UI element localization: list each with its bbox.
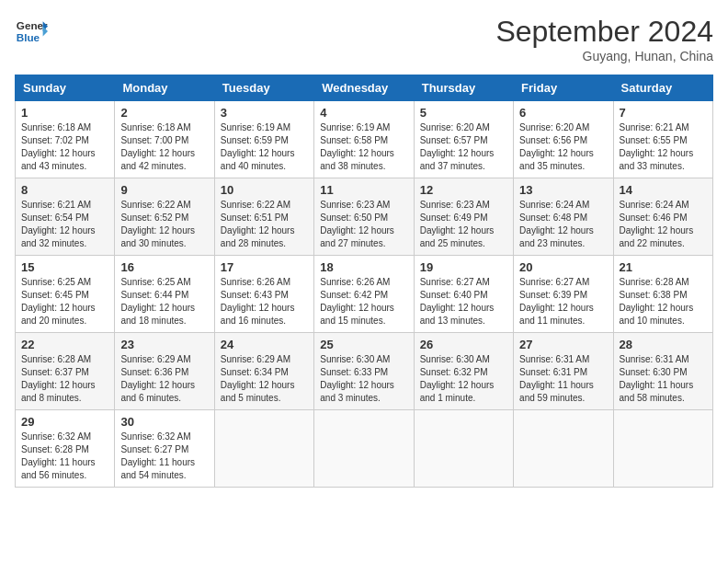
calendar-cell xyxy=(613,410,712,488)
calendar-cell: 1Sunrise: 6:18 AMSunset: 7:02 PMDaylight… xyxy=(16,101,115,178)
day-number: 26 xyxy=(420,338,507,351)
day-info: Sunrise: 6:29 AMSunset: 6:36 PMDaylight:… xyxy=(120,353,208,405)
day-info: Sunrise: 6:26 AMSunset: 6:42 PMDaylight:… xyxy=(320,276,407,327)
calendar-cell: 15Sunrise: 6:25 AMSunset: 6:45 PMDayligh… xyxy=(16,256,115,333)
calendar-cell: 14Sunrise: 6:24 AMSunset: 6:46 PMDayligh… xyxy=(613,178,712,256)
calendar-week-row: 8Sunrise: 6:21 AMSunset: 6:54 PMDaylight… xyxy=(16,178,713,256)
day-number: 21 xyxy=(620,260,707,274)
day-info: Sunrise: 6:31 AMSunset: 6:31 PMDaylight:… xyxy=(519,353,607,405)
calendar-cell: 5Sunrise: 6:20 AMSunset: 6:57 PMDaylight… xyxy=(414,101,513,178)
day-info: Sunrise: 6:22 AMSunset: 6:51 PMDaylight:… xyxy=(221,199,308,250)
day-number: 10 xyxy=(221,183,308,197)
day-number: 28 xyxy=(620,338,707,351)
day-info: Sunrise: 6:24 AMSunset: 6:46 PMDaylight:… xyxy=(620,199,707,250)
title-block: September 2024 Guyang, Hunan, China xyxy=(495,15,713,63)
calendar-cell: 17Sunrise: 6:26 AMSunset: 6:43 PMDayligh… xyxy=(214,256,313,333)
calendar-cell xyxy=(414,410,513,488)
day-info: Sunrise: 6:26 AMSunset: 6:43 PMDaylight:… xyxy=(221,276,308,327)
calendar-cell: 4Sunrise: 6:19 AMSunset: 6:58 PMDaylight… xyxy=(314,101,414,178)
day-info: Sunrise: 6:27 AMSunset: 6:40 PMDaylight:… xyxy=(420,276,507,327)
day-number: 8 xyxy=(21,183,108,197)
calendar-cell xyxy=(214,410,313,488)
calendar-cell: 19Sunrise: 6:27 AMSunset: 6:40 PMDayligh… xyxy=(414,256,513,333)
calendar-cell: 6Sunrise: 6:20 AMSunset: 6:56 PMDaylight… xyxy=(514,101,613,178)
weekday-header: Wednesday xyxy=(314,75,414,101)
day-number: 4 xyxy=(320,106,407,120)
calendar-cell: 20Sunrise: 6:27 AMSunset: 6:39 PMDayligh… xyxy=(514,256,613,333)
day-info: Sunrise: 6:30 AMSunset: 6:32 PMDaylight:… xyxy=(420,353,507,405)
day-info: Sunrise: 6:19 AMSunset: 6:58 PMDaylight:… xyxy=(320,121,407,173)
day-info: Sunrise: 6:28 AMSunset: 6:37 PMDaylight:… xyxy=(21,353,108,405)
calendar-cell: 7Sunrise: 6:21 AMSunset: 6:55 PMDaylight… xyxy=(613,101,712,178)
calendar-cell: 30Sunrise: 6:32 AMSunset: 6:27 PMDayligh… xyxy=(115,410,214,488)
day-info: Sunrise: 6:28 AMSunset: 6:38 PMDaylight:… xyxy=(620,276,707,327)
day-number: 27 xyxy=(519,338,607,351)
day-number: 20 xyxy=(519,260,607,274)
day-info: Sunrise: 6:32 AMSunset: 6:27 PMDaylight:… xyxy=(120,431,208,482)
weekday-header-row: SundayMondayTuesdayWednesdayThursdayFrid… xyxy=(16,75,713,101)
weekday-header: Sunday xyxy=(16,75,115,101)
day-info: Sunrise: 6:23 AMSunset: 6:50 PMDaylight:… xyxy=(320,199,407,250)
day-info: Sunrise: 6:20 AMSunset: 6:56 PMDaylight:… xyxy=(519,121,607,173)
calendar-week-row: 15Sunrise: 6:25 AMSunset: 6:45 PMDayligh… xyxy=(16,256,713,333)
calendar-week-row: 29Sunrise: 6:32 AMSunset: 6:28 PMDayligh… xyxy=(16,410,713,488)
day-number: 29 xyxy=(21,415,108,429)
calendar-cell xyxy=(314,410,414,488)
day-number: 5 xyxy=(420,106,507,120)
day-number: 30 xyxy=(120,415,208,429)
calendar-cell: 18Sunrise: 6:26 AMSunset: 6:42 PMDayligh… xyxy=(314,256,414,333)
calendar-cell: 13Sunrise: 6:24 AMSunset: 6:48 PMDayligh… xyxy=(514,178,613,256)
day-number: 16 xyxy=(120,260,208,274)
day-number: 3 xyxy=(221,106,308,120)
day-number: 6 xyxy=(519,106,607,120)
day-number: 11 xyxy=(320,183,407,197)
day-number: 1 xyxy=(21,106,108,120)
day-number: 7 xyxy=(620,106,707,120)
day-number: 17 xyxy=(221,260,308,274)
calendar-cell: 2Sunrise: 6:18 AMSunset: 7:00 PMDaylight… xyxy=(115,101,214,178)
day-info: Sunrise: 6:21 AMSunset: 6:55 PMDaylight:… xyxy=(620,121,707,173)
day-info: Sunrise: 6:27 AMSunset: 6:39 PMDaylight:… xyxy=(519,276,607,327)
day-info: Sunrise: 6:20 AMSunset: 6:57 PMDaylight:… xyxy=(420,121,507,173)
day-info: Sunrise: 6:18 AMSunset: 7:02 PMDaylight:… xyxy=(21,121,108,173)
calendar-week-row: 22Sunrise: 6:28 AMSunset: 6:37 PMDayligh… xyxy=(16,333,713,410)
calendar-table: SundayMondayTuesdayWednesdayThursdayFrid… xyxy=(15,75,713,488)
day-info: Sunrise: 6:21 AMSunset: 6:54 PMDaylight:… xyxy=(21,199,108,250)
day-number: 18 xyxy=(320,260,407,274)
day-info: Sunrise: 6:23 AMSunset: 6:49 PMDaylight:… xyxy=(420,199,507,250)
weekday-header: Saturday xyxy=(613,75,712,101)
day-number: 12 xyxy=(420,183,507,197)
calendar-cell: 22Sunrise: 6:28 AMSunset: 6:37 PMDayligh… xyxy=(16,333,115,410)
calendar-cell: 26Sunrise: 6:30 AMSunset: 6:32 PMDayligh… xyxy=(414,333,513,410)
day-info: Sunrise: 6:29 AMSunset: 6:34 PMDaylight:… xyxy=(221,353,308,405)
logo-icon: General Blue xyxy=(15,15,48,48)
logo: General Blue xyxy=(15,15,48,48)
day-info: Sunrise: 6:31 AMSunset: 6:30 PMDaylight:… xyxy=(620,353,707,405)
day-info: Sunrise: 6:25 AMSunset: 6:45 PMDaylight:… xyxy=(21,276,108,327)
calendar-cell: 23Sunrise: 6:29 AMSunset: 6:36 PMDayligh… xyxy=(115,333,214,410)
day-number: 22 xyxy=(21,338,108,351)
day-number: 15 xyxy=(21,260,108,274)
day-info: Sunrise: 6:25 AMSunset: 6:44 PMDaylight:… xyxy=(120,276,208,327)
day-info: Sunrise: 6:19 AMSunset: 6:59 PMDaylight:… xyxy=(221,121,308,173)
calendar-cell: 27Sunrise: 6:31 AMSunset: 6:31 PMDayligh… xyxy=(514,333,613,410)
calendar-cell: 12Sunrise: 6:23 AMSunset: 6:49 PMDayligh… xyxy=(414,178,513,256)
calendar-cell: 10Sunrise: 6:22 AMSunset: 6:51 PMDayligh… xyxy=(214,178,313,256)
calendar-cell: 9Sunrise: 6:22 AMSunset: 6:52 PMDaylight… xyxy=(115,178,214,256)
day-number: 13 xyxy=(519,183,607,197)
calendar-week-row: 1Sunrise: 6:18 AMSunset: 7:02 PMDaylight… xyxy=(16,101,713,178)
calendar-cell: 29Sunrise: 6:32 AMSunset: 6:28 PMDayligh… xyxy=(16,410,115,488)
calendar-cell: 8Sunrise: 6:21 AMSunset: 6:54 PMDaylight… xyxy=(16,178,115,256)
calendar-cell: 3Sunrise: 6:19 AMSunset: 6:59 PMDaylight… xyxy=(214,101,313,178)
day-info: Sunrise: 6:24 AMSunset: 6:48 PMDaylight:… xyxy=(519,199,607,250)
calendar-cell: 24Sunrise: 6:29 AMSunset: 6:34 PMDayligh… xyxy=(214,333,313,410)
svg-text:Blue: Blue xyxy=(17,31,40,43)
day-info: Sunrise: 6:18 AMSunset: 7:00 PMDaylight:… xyxy=(120,121,208,173)
day-info: Sunrise: 6:32 AMSunset: 6:28 PMDaylight:… xyxy=(21,431,108,482)
calendar-cell: 25Sunrise: 6:30 AMSunset: 6:33 PMDayligh… xyxy=(314,333,414,410)
calendar-cell: 16Sunrise: 6:25 AMSunset: 6:44 PMDayligh… xyxy=(115,256,214,333)
calendar-cell xyxy=(514,410,613,488)
day-number: 19 xyxy=(420,260,507,274)
weekday-header: Friday xyxy=(514,75,613,101)
calendar-cell: 28Sunrise: 6:31 AMSunset: 6:30 PMDayligh… xyxy=(613,333,712,410)
